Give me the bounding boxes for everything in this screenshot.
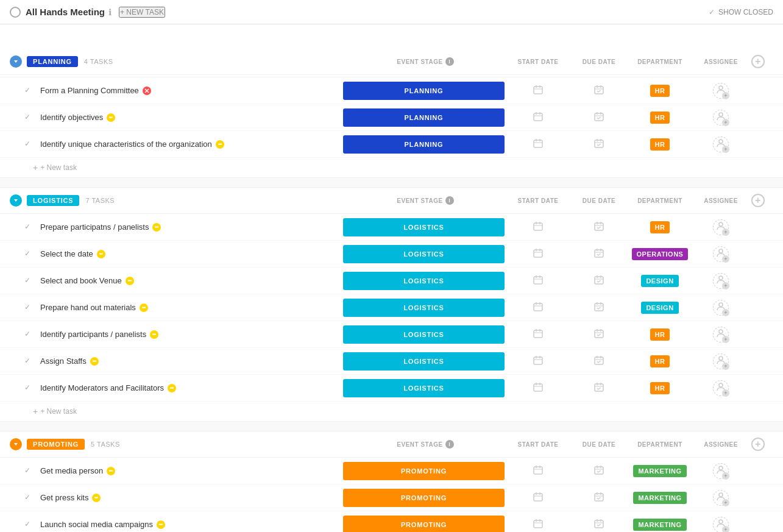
assignee-cell[interactable] [690, 327, 751, 342]
due-date-cell[interactable] [569, 328, 629, 341]
assignee-icon[interactable] [713, 273, 729, 289]
assignee-icon[interactable] [713, 300, 729, 316]
assignee-icon[interactable] [713, 353, 729, 369]
due-date-icon[interactable] [594, 221, 604, 233]
start-date-icon[interactable] [533, 112, 543, 124]
start-date-icon[interactable] [533, 275, 543, 287]
start-date-cell[interactable] [508, 275, 569, 287]
due-date-icon[interactable] [594, 355, 604, 367]
start-date-cell[interactable] [508, 248, 569, 260]
start-date-cell[interactable] [508, 138, 569, 151]
assignee-icon[interactable] [713, 517, 729, 533]
due-date-cell[interactable] [569, 248, 629, 260]
due-date-icon[interactable] [594, 138, 604, 151]
stage-pill[interactable]: PROMOTING [343, 489, 505, 507]
start-date-icon[interactable] [533, 465, 543, 477]
due-date-icon[interactable] [594, 465, 604, 477]
stage-pill[interactable]: PROMOTING [343, 462, 505, 480]
stage-pill[interactable]: LOGISTICS [343, 325, 505, 344]
start-date-cell[interactable] [508, 302, 569, 314]
due-date-cell[interactable] [569, 492, 629, 504]
due-date-cell[interactable] [569, 275, 629, 287]
assignee-icon[interactable] [713, 463, 729, 479]
department-cell[interactable]: HR [629, 355, 690, 367]
section-toggle-promoting[interactable] [10, 438, 22, 450]
due-date-cell[interactable] [569, 382, 629, 394]
task-check-icon[interactable]: ✓ [24, 520, 34, 530]
start-date-icon[interactable] [533, 85, 543, 97]
due-date-icon[interactable] [594, 382, 604, 394]
stage-pill[interactable]: PLANNING [343, 108, 505, 127]
task-check-icon[interactable]: ✓ [24, 356, 34, 366]
due-date-cell[interactable] [569, 221, 629, 233]
assignee-cell[interactable] [690, 137, 751, 152]
assignee-icon[interactable] [713, 110, 729, 126]
assignee-cell[interactable] [690, 517, 751, 533]
task-check-icon[interactable]: ✓ [24, 86, 34, 96]
assignee-cell[interactable] [690, 110, 751, 126]
stage-pill[interactable]: PROMOTING [343, 516, 505, 533]
event-stage-info-icon[interactable]: i [445, 57, 454, 66]
due-date-icon[interactable] [594, 248, 604, 260]
start-date-icon[interactable] [533, 328, 543, 341]
due-date-icon[interactable] [594, 85, 604, 97]
department-cell[interactable]: MARKETING [629, 492, 690, 504]
start-date-cell[interactable] [508, 465, 569, 477]
start-date-icon[interactable] [533, 248, 543, 260]
task-check-icon[interactable]: ✓ [24, 330, 34, 339]
start-date-cell[interactable] [508, 519, 569, 531]
task-check-icon[interactable]: ✓ [24, 222, 34, 232]
due-date-icon[interactable] [594, 519, 604, 531]
start-date-cell[interactable] [508, 492, 569, 504]
assignee-icon[interactable] [713, 246, 729, 262]
assignee-cell[interactable] [690, 353, 751, 369]
department-cell[interactable]: HR [629, 85, 690, 97]
department-cell[interactable]: OPERATIONS [629, 248, 690, 260]
start-date-icon[interactable] [533, 138, 543, 151]
due-date-cell[interactable] [569, 355, 629, 367]
due-date-icon[interactable] [594, 275, 604, 287]
due-date-icon[interactable] [594, 302, 604, 314]
task-check-icon[interactable]: ✓ [24, 249, 34, 259]
department-cell[interactable]: DESIGN [629, 275, 690, 287]
due-date-icon[interactable] [594, 492, 604, 504]
new-task-row-logistics[interactable]: ++ New task [0, 402, 783, 422]
stage-pill[interactable]: LOGISTICS [343, 379, 505, 397]
add-column-button[interactable]: + [751, 438, 765, 451]
due-date-icon[interactable] [594, 112, 604, 124]
stage-pill[interactable]: LOGISTICS [343, 218, 505, 236]
event-stage-info-icon[interactable]: i [445, 196, 454, 205]
due-date-cell[interactable] [569, 85, 629, 97]
start-date-cell[interactable] [508, 221, 569, 233]
department-cell[interactable]: MARKETING [629, 465, 690, 477]
assignee-icon[interactable] [713, 490, 729, 506]
start-date-cell[interactable] [508, 112, 569, 124]
due-date-icon[interactable] [594, 328, 604, 341]
department-cell[interactable]: HR [629, 112, 690, 124]
start-date-cell[interactable] [508, 355, 569, 367]
info-icon[interactable]: ℹ [108, 7, 112, 17]
stage-pill[interactable]: PLANNING [343, 82, 505, 100]
assignee-icon[interactable] [713, 83, 729, 99]
department-cell[interactable]: MARKETING [629, 519, 690, 531]
task-check-icon[interactable]: ✓ [24, 383, 34, 393]
stage-pill[interactable]: LOGISTICS [343, 245, 505, 263]
due-date-cell[interactable] [569, 519, 629, 531]
assignee-cell[interactable] [690, 490, 751, 506]
start-date-icon[interactable] [533, 355, 543, 367]
assignee-icon[interactable] [713, 137, 729, 152]
department-cell[interactable]: HR [629, 221, 690, 233]
task-check-icon[interactable]: ✓ [24, 276, 34, 286]
task-check-icon[interactable]: ✓ [24, 303, 34, 313]
assignee-icon[interactable] [713, 380, 729, 396]
assignee-cell[interactable] [690, 83, 751, 99]
department-cell[interactable]: HR [629, 138, 690, 151]
task-check-icon[interactable]: ✓ [24, 466, 34, 476]
stage-pill[interactable]: LOGISTICS [343, 352, 505, 371]
start-date-icon[interactable] [533, 519, 543, 531]
section-toggle-logistics[interactable] [10, 194, 22, 207]
department-cell[interactable]: DESIGN [629, 302, 690, 314]
department-cell[interactable]: HR [629, 328, 690, 341]
add-column-button[interactable]: + [751, 194, 765, 207]
event-stage-info-icon[interactable]: i [445, 440, 454, 449]
